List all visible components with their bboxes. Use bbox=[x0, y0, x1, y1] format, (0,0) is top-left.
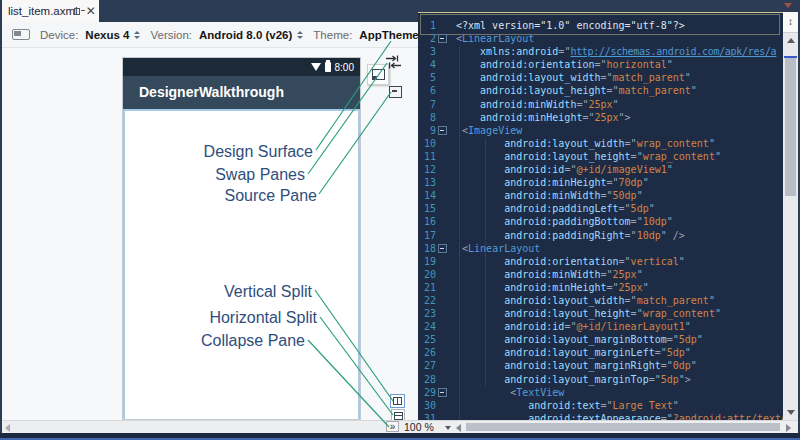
code-line: 2<LinearLayout bbox=[418, 32, 783, 45]
designer-scroll-left-icon[interactable] bbox=[5, 424, 10, 432]
callout-source-pane: Source Pane bbox=[224, 187, 317, 205]
code-line: 19 android:orientation="vertical" bbox=[418, 255, 783, 268]
callout-vertical-split: Vertical Split bbox=[224, 283, 312, 301]
code-line: 16 android:paddingBottom="10dp" bbox=[418, 215, 783, 228]
code-line: 3 xmlns:android="http://schemas.android.… bbox=[418, 45, 783, 58]
code-line: 13 android:minHeight="70dp" bbox=[418, 176, 783, 189]
code-line: 14 android:minWidth="50dp" bbox=[418, 189, 783, 202]
splitter-grip[interactable]: ↕ bbox=[783, 12, 798, 33]
version-label: Version: bbox=[150, 29, 192, 41]
scroll-up-icon[interactable] bbox=[787, 38, 795, 43]
scroll-down-icon[interactable] bbox=[787, 410, 795, 415]
callout-design-surface: Design Surface bbox=[204, 143, 313, 161]
code-line: 1<?xml version="1.0" encoding="utf-8"?> bbox=[418, 19, 783, 32]
source-pane[interactable]: 1<?xml version="1.0" encoding="utf-8"?>2… bbox=[418, 12, 783, 421]
code-line: 25 android:layout_marginBottom="5dp" bbox=[418, 333, 783, 346]
code-line: 9 <ImageView bbox=[418, 124, 783, 137]
code-line: 24 android:id="@+id/linearLayout1" bbox=[418, 320, 783, 333]
device-action-bar: DesignerWalkthrough bbox=[123, 76, 360, 109]
callout-collapse-pane: Collapse Pane bbox=[201, 332, 305, 350]
device-status-bar: 8:00 bbox=[123, 58, 360, 76]
code-line: 15 android:paddingLeft="5dp" bbox=[418, 202, 783, 215]
design-surface-pane[interactable]: Device: Nexus 4 Version: Android 8.0 (v2… bbox=[2, 22, 418, 420]
horizontal-scroll-thumb[interactable] bbox=[466, 423, 780, 431]
source-pane-icon bbox=[392, 90, 397, 92]
code-line: 30 android:text="Large Text" bbox=[418, 399, 783, 412]
device-time: 8:00 bbox=[335, 62, 354, 73]
device-spinner-icon[interactable] bbox=[134, 31, 140, 39]
vertical-scrollbar[interactable]: ↕ bbox=[783, 12, 798, 420]
document-dropdown-icon[interactable] bbox=[784, 3, 792, 8]
code-line: 8 android:minHeight="25px"> bbox=[418, 111, 783, 124]
collapse-pane-button[interactable]: » bbox=[386, 421, 399, 432]
zoom-level[interactable]: 100 % bbox=[404, 421, 434, 433]
code-scroll-left-icon[interactable] bbox=[456, 424, 461, 432]
designer-window: list_item.axml ✕ Device: Nexus 4 Version… bbox=[0, 0, 800, 440]
device-label: Device: bbox=[40, 29, 78, 41]
callout-horizontal-split: Horizontal Split bbox=[209, 309, 317, 327]
device-select[interactable]: Nexus 4 bbox=[85, 29, 129, 41]
fold-marker-icon[interactable] bbox=[436, 242, 448, 255]
code-line: 20 android:minWidth="25px" bbox=[418, 268, 783, 281]
theme-select[interactable]: AppTheme bbox=[359, 29, 418, 41]
battery-icon bbox=[325, 62, 331, 72]
code-line: 28 android:layout_marginTop="5dp"> bbox=[418, 373, 783, 386]
horizontal-split-button[interactable] bbox=[391, 409, 405, 420]
vertical-split-icon bbox=[393, 397, 402, 405]
vertical-split-button[interactable] bbox=[390, 394, 405, 408]
code-line: 7 android:minWidth="25px" bbox=[418, 98, 783, 111]
zoom-dropdown-icon[interactable] bbox=[445, 426, 451, 430]
code-line: 29 <TextView bbox=[418, 386, 783, 399]
version-spinner-icon[interactable] bbox=[297, 31, 303, 39]
code-line: 12 android:id="@+id/imageView1" bbox=[418, 163, 783, 176]
code-line: 22 android:layout_width="match_parent" bbox=[418, 294, 783, 307]
vertical-scroll-thumb[interactable] bbox=[785, 58, 796, 196]
designer-toolbar: Device: Nexus 4 Version: Android 8.0 (v2… bbox=[2, 22, 418, 48]
fold-marker-icon[interactable] bbox=[436, 124, 448, 137]
code-line: 17 android:paddingRight="10dp" /> bbox=[418, 229, 783, 242]
code-line: 18 <LinearLayout bbox=[418, 242, 783, 255]
code-scroll-right-icon[interactable] bbox=[786, 424, 791, 432]
callout-swap-panes: Swap Panes bbox=[215, 166, 305, 184]
code-line: 26 android:layout_marginLeft="5dp" bbox=[418, 346, 783, 359]
fold-marker-icon[interactable] bbox=[436, 386, 448, 399]
wifi-icon bbox=[311, 63, 321, 71]
source-pane-button[interactable] bbox=[389, 86, 402, 98]
code-lines: 1<?xml version="1.0" encoding="utf-8"?>2… bbox=[418, 13, 783, 421]
tab-list-item-axml[interactable]: list_item.axml ✕ bbox=[2, 0, 99, 22]
code-line: 6 android:layout_height="match_parent" bbox=[418, 84, 783, 97]
version-select[interactable]: Android 8.0 (v26) bbox=[199, 29, 292, 41]
device-preview[interactable]: 8:00 DesignerWalkthrough bbox=[122, 57, 361, 420]
device-icon bbox=[12, 29, 30, 40]
horizontal-split-icon bbox=[394, 412, 403, 420]
code-line: 23 android:layout_height="wrap_content" bbox=[418, 307, 783, 320]
code-line: 5 android:layout_width="match_parent" bbox=[418, 71, 783, 84]
pane-layout-icon bbox=[372, 69, 385, 80]
code-line: 27 android:layout_marginRight="0dp" bbox=[418, 359, 783, 372]
window-bottom-border bbox=[0, 433, 800, 440]
code-line: 21 android:minHeight="25px" bbox=[418, 281, 783, 294]
bottom-bar: » 100 % bbox=[2, 420, 798, 433]
pane-layout-button[interactable] bbox=[367, 64, 389, 85]
fold-marker-icon[interactable] bbox=[436, 32, 448, 45]
tab-title: list_item.axml bbox=[8, 5, 78, 17]
theme-label: Theme: bbox=[313, 29, 352, 41]
code-line: 10 android:layout_width="wrap_content" bbox=[418, 137, 783, 150]
close-icon[interactable]: ✕ bbox=[86, 6, 96, 16]
code-line: 11 android:layout_height="wrap_content" bbox=[418, 150, 783, 163]
code-line: 4 android:orientation="horizontal" bbox=[418, 58, 783, 71]
